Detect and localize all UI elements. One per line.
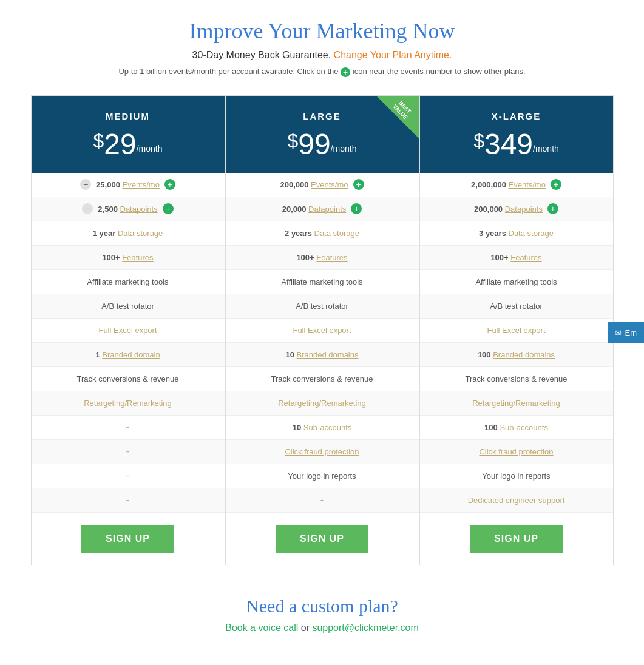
support-email-link[interactable]: support@clickmeter.com	[312, 623, 418, 633]
large-features-count: 100+	[296, 253, 314, 262]
large-events-link[interactable]: Events/mo	[311, 180, 348, 189]
plan-medium-dollar: $	[93, 130, 104, 152]
large-features-row: 100+ Features	[226, 246, 419, 270]
large-affiliate-row: Affiliate marketing tools	[226, 270, 419, 294]
large-logo-row: Your logo in reports	[226, 464, 419, 488]
medium-signup-section: SIGN UP	[32, 513, 225, 565]
xlarge-excel[interactable]: Full Excel export	[487, 326, 545, 335]
xlarge-clickfraud-row: Click fraud protection	[420, 440, 613, 464]
medium-events-plus[interactable]: +	[164, 179, 175, 190]
xlarge-branded-link[interactable]: Branded domains	[493, 350, 555, 359]
medium-ab-row: A/B test rotator	[32, 294, 225, 319]
plan-medium-header: MEDIUM $29/month	[32, 96, 225, 173]
large-storage-years: 2 years	[285, 229, 312, 238]
xlarge-datapoints: 200,000 Datapoints	[474, 204, 543, 214]
subtitle: 30-Day Money Back Guarantee. Change Your…	[12, 50, 632, 61]
medium-logo-row: -	[32, 464, 225, 488]
xlarge-excel-row: Full Excel export	[420, 319, 613, 343]
xlarge-datapoints-link[interactable]: Datapoints	[505, 204, 543, 214]
main-title: Improve Your Marketing Now	[12, 18, 632, 44]
plan-medium-name: MEDIUM	[44, 111, 212, 121]
large-affiliate: Affiliate marketing tools	[281, 277, 362, 286]
xlarge-clickfraud[interactable]: Click fraud protection	[479, 447, 553, 456]
large-clickfraud-row: Click fraud protection	[226, 440, 419, 464]
large-storage-link[interactable]: Data storage	[314, 229, 359, 238]
plan-medium-amount: 29	[104, 128, 136, 160]
plan-xlarge-permonth: /month	[533, 143, 559, 153]
xlarge-logo-row: Your logo in reports	[420, 464, 613, 488]
xlarge-signup-section: SIGN UP	[420, 513, 613, 565]
large-ab-row: A/B test rotator	[226, 294, 419, 319]
change-plan-link[interactable]: Change Your Plan Anytime.	[334, 50, 452, 60]
book-voice-call-link[interactable]: Book a voice call	[225, 623, 298, 633]
email-icon: ✉	[615, 328, 622, 337]
large-retargeting[interactable]: Retargeting/Remarketing	[278, 399, 366, 408]
large-subaccounts-count: 10	[293, 423, 301, 432]
custom-plan-section: Need a custom plan? Book a voice call or…	[12, 596, 632, 658]
large-excel[interactable]: Full Excel export	[293, 326, 351, 335]
xlarge-features-link[interactable]: Features	[510, 253, 541, 262]
medium-events-row: − 25,000 Events/mo +	[32, 173, 225, 197]
medium-datapoints: 2,500 Datapoints	[98, 204, 157, 214]
page-wrapper: Improve Your Marketing Now 30-Day Money …	[0, 0, 644, 665]
email-widget[interactable]: ✉ Em	[608, 322, 645, 343]
plan-xlarge-dollar: $	[473, 130, 484, 152]
large-excel-row: Full Excel export	[226, 319, 419, 343]
medium-retargeting-row: Retargeting/Remarketing	[32, 391, 225, 416]
medium-events-link[interactable]: Events/mo	[122, 180, 159, 189]
medium-excel[interactable]: Full Excel export	[98, 326, 157, 335]
plan-xlarge-header: X-LARGE $349/month	[420, 96, 613, 173]
large-datapoints: 20,000 Datapoints	[282, 204, 347, 214]
large-clickfraud[interactable]: Click fraud protection	[285, 447, 359, 456]
xlarge-subaccounts-link[interactable]: Sub-accounts	[500, 423, 548, 432]
medium-events-count: 25,000 Events/mo	[96, 180, 160, 189]
large-events-plus[interactable]: +	[353, 179, 364, 190]
large-events-row: 200,000 Events/mo +	[226, 173, 419, 197]
xlarge-events-link[interactable]: Events/mo	[509, 180, 546, 189]
plans-container: MEDIUM $29/month − 25,000 Events/mo + − …	[12, 95, 632, 565]
xlarge-events-plus[interactable]: +	[551, 179, 561, 190]
medium-logo: -	[126, 470, 129, 481]
plan-xlarge-amount: 349	[484, 128, 533, 160]
medium-events-minus[interactable]: −	[80, 179, 91, 190]
medium-storage-link[interactable]: Data storage	[118, 229, 163, 238]
large-branded-link[interactable]: Branded domains	[297, 350, 359, 359]
medium-datapoints-plus[interactable]: +	[163, 203, 174, 214]
main-title-text: Improve Your Marketing Now	[189, 19, 455, 43]
large-branded-count: 10	[286, 350, 294, 359]
large-datapoints-link[interactable]: Datapoints	[308, 204, 346, 214]
best-value-badge: BESTVALUE	[376, 96, 419, 138]
medium-signup-button[interactable]: SIGN UP	[81, 525, 174, 553]
large-features-link[interactable]: Features	[316, 253, 347, 262]
large-signup-section: SIGN UP	[226, 513, 419, 565]
medium-clickfraud-row: -	[32, 440, 225, 464]
medium-features-link[interactable]: Features	[122, 253, 153, 262]
xlarge-dedicated[interactable]: Dedicated engineer support	[468, 496, 565, 505]
custom-plan-title: Need a custom plan?	[12, 596, 632, 616]
xlarge-signup-button[interactable]: SIGN UP	[470, 525, 563, 553]
xlarge-datapoints-plus[interactable]: +	[547, 203, 558, 214]
large-datapoints-plus[interactable]: +	[351, 203, 362, 214]
medium-datapoints-link[interactable]: Datapoints	[120, 204, 158, 214]
large-subaccounts-link[interactable]: Sub-accounts	[303, 423, 352, 432]
medium-clickfraud: -	[126, 446, 129, 457]
large-storage-row: 2 years Data storage	[226, 221, 419, 246]
best-value-text: BESTVALUE	[387, 96, 418, 125]
large-signup-button[interactable]: SIGN UP	[276, 525, 368, 553]
medium-branded-link[interactable]: Branded domain	[102, 350, 160, 359]
info-line-text2: icon near the events number to show othe…	[353, 67, 526, 76]
medium-features-row: 100+ Features	[32, 246, 225, 270]
large-subaccounts-row: 10 Sub-accounts	[226, 416, 419, 440]
xlarge-storage-link[interactable]: Data storage	[509, 229, 554, 238]
medium-ab: A/B test rotator	[101, 302, 154, 311]
medium-affiliate: Affiliate marketing tools	[87, 277, 168, 286]
large-retargeting-row: Retargeting/Remarketing	[226, 391, 419, 416]
medium-affiliate-row: Affiliate marketing tools	[32, 270, 225, 294]
large-track: Track conversions & revenue	[271, 374, 373, 383]
medium-retargeting[interactable]: Retargeting/Remarketing	[84, 399, 172, 408]
medium-datapoints-minus[interactable]: −	[82, 203, 93, 214]
plan-medium: MEDIUM $29/month − 25,000 Events/mo + − …	[31, 95, 225, 565]
large-track-row: Track conversions & revenue	[226, 367, 419, 391]
subtitle-static: 30-Day Money Back Guarantee.	[192, 50, 331, 60]
xlarge-retargeting[interactable]: Retargeting/Remarketing	[472, 399, 560, 408]
